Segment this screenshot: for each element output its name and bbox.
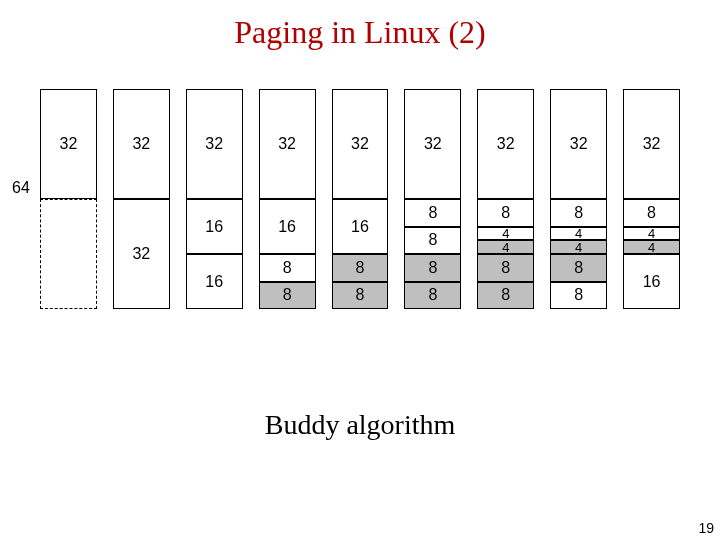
block-2-1: 16 [186, 199, 243, 254]
page-title: Paging in Linux (2) [0, 0, 720, 51]
block-6-5: 8 [477, 282, 534, 310]
block-8-4: 16 [623, 254, 680, 309]
block-6-0: 32 [477, 89, 534, 199]
column-1: 3232 [113, 89, 170, 309]
caption: Buddy algorithm [0, 409, 720, 441]
block-4-3: 8 [332, 282, 389, 310]
block-4-2: 8 [332, 254, 389, 282]
block-5-3: 8 [404, 254, 461, 282]
block-4-1: 16 [332, 199, 389, 254]
column-3: 321688 [259, 89, 316, 309]
block-5-1: 8 [404, 199, 461, 227]
block-6-2: 4 [477, 227, 534, 241]
column-4: 321688 [332, 89, 389, 309]
column-6: 3284488 [477, 89, 534, 309]
column-2: 321616 [186, 89, 243, 309]
block-3-1: 16 [259, 199, 316, 254]
block-1-1: 32 [113, 199, 170, 309]
block-7-0: 32 [550, 89, 607, 199]
block-5-2: 8 [404, 227, 461, 255]
label-64: 64 [12, 179, 30, 197]
block-8-1: 8 [623, 199, 680, 227]
block-8-3: 4 [623, 240, 680, 254]
block-0-0: 32 [40, 89, 97, 199]
block-7-4: 8 [550, 254, 607, 282]
block-7-2: 4 [550, 227, 607, 241]
block-2-0: 32 [186, 89, 243, 199]
block-7-1: 8 [550, 199, 607, 227]
block-7-3: 4 [550, 240, 607, 254]
block-8-0: 32 [623, 89, 680, 199]
block-8-2: 4 [623, 227, 680, 241]
block-6-4: 8 [477, 254, 534, 282]
block-2-2: 16 [186, 254, 243, 309]
block-1-0: 32 [113, 89, 170, 199]
column-8: 3284416 [623, 89, 680, 309]
block-7-5: 8 [550, 282, 607, 310]
block-3-0: 32 [259, 89, 316, 199]
block-5-4: 8 [404, 282, 461, 310]
column-5: 328888 [404, 89, 461, 309]
buddy-chart: 64 3232323216163216883216883288883284488… [40, 79, 680, 309]
block-6-3: 4 [477, 240, 534, 254]
column-7: 3284488 [550, 89, 607, 309]
column-0: 32 [40, 89, 97, 309]
page-number: 19 [698, 520, 714, 536]
block-5-0: 32 [404, 89, 461, 199]
block-6-1: 8 [477, 199, 534, 227]
block-4-0: 32 [332, 89, 389, 199]
block-0-1 [40, 199, 97, 309]
block-3-3: 8 [259, 282, 316, 310]
block-3-2: 8 [259, 254, 316, 282]
